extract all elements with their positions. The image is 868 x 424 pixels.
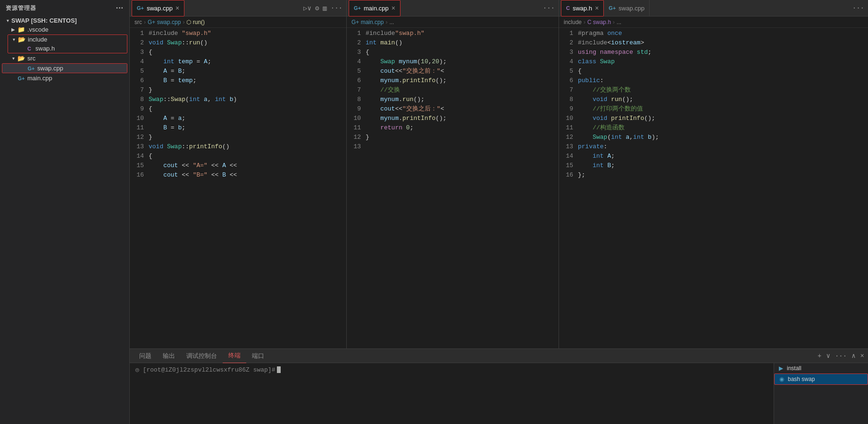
terminal-tab-port[interactable]: 端口 [246,349,270,363]
terminal-content[interactable]: ◎ [root@iZ0jl2zspvl2lcwsxfru86Z swap]# [130,363,774,424]
terminal-more-icon[interactable]: ··· [835,352,847,360]
sidebar-item-swapcpp[interactable]: G+ swap.cpp [2,64,127,73]
tab-bar-1: G+ swap.cpp × ▷∨ ⚙ ▥ ··· [130,0,346,17]
panel-item-install[interactable]: ▶ install [774,363,868,373]
code-line: A = a; [149,114,323,123]
cpp-tab-icon: G+ [137,5,144,11]
cpp-file-icon: G+ [17,76,25,81]
minimap-1 [323,28,346,348]
sidebar-item-maincpp[interactable]: G+ main.cpp [0,74,129,83]
panel-install-label: install [787,365,801,372]
swaph-label: swap.h [35,45,127,52]
code-line: B = b; [149,123,323,133]
more-icon[interactable]: ··· [543,4,555,12]
h-tab-icon: C [566,5,570,11]
tab-close-icon[interactable]: × [175,5,179,11]
code-line: class Swap [578,57,844,67]
folder-icon: 📁 [17,26,25,33]
sidebar-item-swaph[interactable]: C swap.h [8,44,127,53]
code-line: int B; [578,161,844,170]
split-terminal-icon[interactable]: ∨ [826,352,830,360]
root-label: SWAP [SSH: CENTOS] [11,17,129,24]
editor-pane-maincpp: G+ main.cpp × ··· G+ main.cpp › ... 1234… [347,0,559,348]
settings-icon[interactable]: ⚙ [315,4,319,12]
code-line: B = temp; [149,76,323,85]
breadcrumb-1: src › G+ swap.cpp › ⬡ run() [130,17,346,28]
editor-content-1[interactable]: 12345678910111213141516 #include "swap.h… [130,28,346,348]
code-line: { [149,104,323,114]
sidebar-item-root[interactable]: ▾ SWAP [SSH: CENTOS] [0,16,129,25]
terminal-tab-terminal[interactable]: 终端 [223,349,246,363]
bc-swaph: C swap.h [587,19,611,25]
terminal-up-icon[interactable]: ∧ [851,352,855,360]
debug-label: 调试控制台 [186,352,217,360]
sidebar-item-src[interactable]: ▾ 📂 src [0,54,129,63]
tab-swaph-active[interactable]: C swap.h × [561,0,604,17]
tab-swapcpp-extra-label: swap.cpp [618,5,644,12]
add-terminal-icon[interactable]: + [818,352,821,360]
code-line: mynum.printInfo(); [366,76,535,85]
line-numbers-1: 12345678910111213141516 [130,28,149,348]
more-icon[interactable]: ··· [852,4,864,12]
editor-content-2[interactable]: 12345678910111213 #include"swap.h" int m… [347,28,559,348]
h-file-icon: C [25,46,33,51]
terminal-tab-output[interactable]: 输出 [157,349,181,363]
tab-swapcpp-extra[interactable]: G+ swap.cpp [604,0,650,17]
terminal-close-icon[interactable]: × [860,352,864,360]
code-line: { [578,67,844,76]
cpp-tab-icon: G+ [609,5,616,11]
bash-icon: ◉ [779,376,784,382]
src-label: src [27,55,129,62]
tab-maincpp-label: main.cpp [364,5,389,12]
editor-pane-swaph: C swap.h × G+ swap.cpp ··· include › [559,0,868,348]
terminal-prompt: ◎ [root@iZ0jl2zspvl2lcwsxfru86Z swap]# [135,366,275,373]
tab-swapcpp-active[interactable]: G+ swap.cpp × [132,0,184,17]
editor-content-3[interactable]: 12345678910111213141516 #pragma once #in… [559,28,868,348]
code-line: int temp = A; [149,57,323,67]
tab-swaph-label: swap.h [573,5,592,12]
sidebar-more-icon[interactable]: ··· [116,4,124,12]
code-line: }; [578,170,844,180]
code-line: //打印两个数的值 [578,104,844,114]
bc-swapcpp: G+ swap.cpp [148,19,181,25]
code-line: void run(); [578,95,844,104]
sidebar-item-include[interactable]: ▾ 📂 include [8,35,127,44]
line-numbers-2: 12345678910111213 [347,28,366,348]
editor-panes: G+ swap.cpp × ▷∨ ⚙ ▥ ··· src › G+ swap.c… [130,0,868,348]
code-line: using namespace std; [578,48,844,57]
run-icon[interactable]: ▷∨ [303,4,311,12]
arrow-icon: ▶ [9,27,17,32]
code-line: //交换 [366,85,535,95]
vscode-label: .vscode [27,26,129,33]
terminal-tab-problems[interactable]: 问题 [134,349,157,363]
breadcrumb-2: G+ main.cpp › ... [347,17,559,28]
code-line: public: [578,76,844,85]
sidebar-item-vscode[interactable]: ▶ 📁 .vscode [0,25,129,34]
tab-close-icon[interactable]: × [595,5,599,11]
bc-run: ⬡ run() [186,19,205,25]
include-label: include [28,36,127,43]
tab-actions-2: ··· [543,4,557,12]
panel-item-bash[interactable]: ◉ bash swap [774,373,868,385]
arrow-icon: ▾ [10,37,17,42]
split-icon[interactable]: ▥ [323,4,326,12]
editors-area: G+ swap.cpp × ▷∨ ⚙ ▥ ··· src › G+ swap.c… [130,0,868,424]
panel-bash-label: bash swap [788,376,815,382]
code-line: A = B; [149,67,323,76]
swapcpp-label: swap.cpp [37,65,127,72]
code-line: #include "swap.h" [149,29,323,38]
bc-dots: ... [389,19,394,25]
terminal-area: 问题 输出 调试控制台 终端 端口 + ∨ ··· ∧ [130,348,868,424]
code-lines-3: #pragma once #include<iostream> using na… [578,28,844,348]
code-line: void Swap::printInfo() [149,142,323,152]
code-line: } [149,133,323,142]
more-icon[interactable]: ··· [331,4,342,12]
bc-maincpp: G+ main.cpp [351,19,384,25]
code-line: void printInfo(); [578,114,844,123]
code-line: #include<iostream> [578,38,844,48]
cpp-file-icon: G+ [27,66,35,71]
tab-bar-2: G+ main.cpp × ··· [347,0,559,17]
tab-close-icon[interactable]: × [392,5,395,11]
terminal-tab-debug[interactable]: 调试控制台 [181,349,223,363]
tab-maincpp-active[interactable]: G+ main.cpp × [349,0,401,17]
